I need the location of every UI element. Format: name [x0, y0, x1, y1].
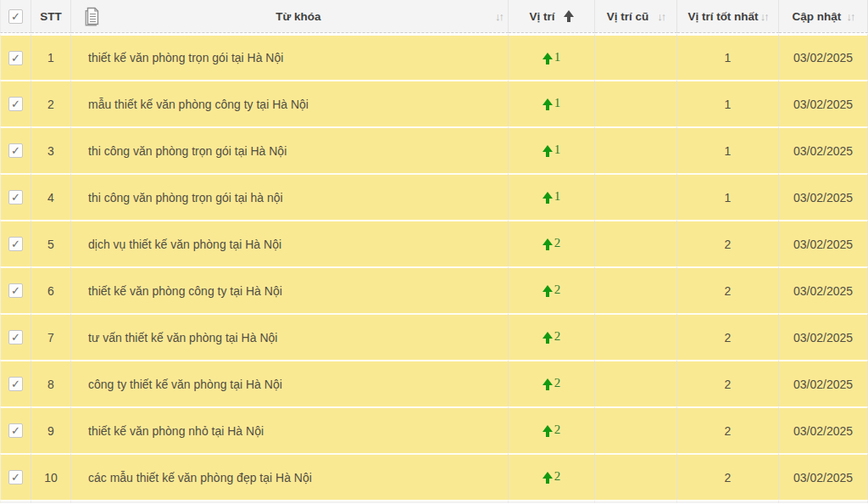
column-label-best-position: Vị trí tốt nhất — [687, 10, 758, 23]
position-cell: 1 — [509, 173, 595, 220]
best-position-cell: 2 — [677, 360, 779, 406]
check-icon: ✓ — [11, 425, 20, 436]
sort-both-icon: ↓↑ — [760, 10, 768, 23]
document-icon[interactable] — [83, 6, 102, 26]
updated-cell: 03/02/2025 — [779, 80, 868, 126]
check-icon: ✓ — [11, 192, 20, 203]
table-row: ✓ 8 công ty thiết kế văn phòng tại Hà Nộ… — [0, 360, 868, 406]
check-icon: ✓ — [11, 472, 20, 483]
row-select-cell: ✓ — [0, 80, 31, 126]
rank-up-icon — [542, 472, 553, 484]
row-select-cell: ✓ — [0, 313, 31, 360]
updated-cell: 03/02/2025 — [779, 313, 868, 360]
row-checkbox[interactable]: ✓ — [8, 470, 23, 484]
row-select-cell: ✓ — [0, 33, 31, 80]
keyword-cell: các mẫu thiết kế văn phòng đẹp tại Hà Nộ… — [71, 453, 509, 500]
keyword-cell: mẫu thiết kế văn phòng công ty tại Hà Nộ… — [71, 80, 509, 126]
best-position-cell: 1 — [677, 126, 779, 173]
updated-cell: 03/02/2025 — [779, 266, 868, 313]
old-position-cell — [595, 406, 677, 453]
column-header-stt[interactable]: STT — [31, 0, 71, 33]
table-row: ✓ 3 thi công văn phòng trọn gói tại Hà N… — [0, 126, 868, 173]
updated-cell: 03/02/2025 — [779, 33, 868, 80]
stt-cell: 8 — [31, 360, 71, 406]
row-select-cell: ✓ — [0, 220, 31, 266]
row-checkbox[interactable]: ✓ — [8, 283, 23, 298]
table-row: ✓ 7 tư vấn thiết kế văn phòng tại Hà Nội… — [0, 313, 868, 360]
keyword-rank-tracker: ✓ STT Từ khóa ↓ — [0, 0, 868, 504]
column-header-keyword[interactable]: Từ khóa ↓↑ — [71, 0, 509, 33]
best-position-cell: 1 — [677, 173, 779, 220]
column-header-best-position[interactable]: Vị trí tốt nhất ↓↑ — [677, 0, 779, 33]
position-cell: 1 — [509, 33, 595, 80]
column-label-keyword: Từ khóa — [102, 10, 495, 23]
best-position-cell: 1 — [677, 80, 779, 126]
column-header-old-position[interactable]: Vị trí cũ ↓↑ — [595, 0, 677, 33]
table-row: ✓ 6 thiết kế văn phòng công ty tại Hà Nộ… — [0, 266, 868, 313]
sort-both-icon: ↓↑ — [846, 10, 854, 23]
keyword-cell: thiết kế văn phòng nhỏ tại Hà Nội — [71, 406, 509, 453]
check-icon: ✓ — [11, 53, 20, 64]
best-position-cell: 1 — [677, 33, 779, 80]
old-position-cell — [595, 360, 677, 406]
rank-up-icon — [542, 285, 553, 298]
position-cell: 1 — [509, 80, 595, 126]
keyword-table: ✓ STT Từ khóa ↓ — [0, 0, 868, 503]
row-checkbox[interactable]: ✓ — [8, 190, 23, 204]
updated-cell: 03/02/2025 — [779, 360, 868, 406]
keyword-cell: thi công văn phòng trọn gói tại Hà Nội — [71, 126, 509, 173]
table-row: ✓ 5 dịch vụ thiết kế văn phòng tại Hà Nộ… — [0, 220, 868, 266]
keyword-cell: thiết kế văn phòng công ty tại Hà Nội — [71, 266, 509, 313]
rank-up-icon — [542, 425, 553, 438]
stt-cell: 5 — [31, 220, 71, 266]
column-header-updated[interactable]: Cập nhật ↓↑ — [779, 0, 868, 33]
stt-cell: 9 — [31, 406, 71, 453]
old-position-cell — [595, 80, 677, 126]
row-select-cell: ✓ — [0, 126, 31, 173]
old-position-cell — [595, 173, 677, 220]
column-header-position[interactable]: Vị trí — [509, 0, 595, 33]
rank-up-icon — [542, 378, 553, 391]
check-icon: ✓ — [11, 238, 20, 249]
row-checkbox[interactable]: ✓ — [8, 143, 23, 158]
table-row: ✓ 9 thiết kế văn phòng nhỏ tại Hà Nội 2 … — [0, 406, 868, 453]
table-row: ✓ 10 các mẫu thiết kế văn phòng đẹp tại … — [0, 453, 868, 500]
row-checkbox[interactable]: ✓ — [8, 423, 23, 438]
keyword-cell: thiết kế văn phòng trọn gói tại Hà Nội — [71, 33, 509, 80]
rank-up-icon — [542, 53, 553, 65]
keyword-cell: tư vấn thiết kế văn phòng tại Hà Nội — [71, 313, 509, 360]
position-cell: 2 — [509, 313, 595, 360]
row-select-cell: ✓ — [0, 453, 31, 500]
position-cell: 1 — [509, 126, 595, 173]
updated-cell: 03/02/2025 — [779, 220, 868, 266]
select-all-header: ✓ — [0, 0, 31, 33]
column-label-updated: Cập nhật — [793, 10, 842, 23]
row-checkbox[interactable]: ✓ — [8, 237, 23, 251]
row-checkbox[interactable]: ✓ — [8, 51, 23, 65]
best-position-cell: 2 — [677, 220, 779, 266]
column-label-stt: STT — [40, 10, 62, 23]
select-all-checkbox[interactable]: ✓ — [8, 9, 23, 24]
position-cell: 2 — [509, 453, 595, 500]
row-select-cell: ✓ — [0, 266, 31, 313]
check-icon: ✓ — [11, 332, 20, 343]
old-position-cell — [595, 266, 677, 313]
keyword-cell: dịch vụ thiết kế văn phòng tại Hà Nội — [71, 220, 509, 266]
best-position-cell: 2 — [677, 266, 779, 313]
row-select-cell: ✓ — [0, 406, 31, 453]
position-cell: 2 — [509, 360, 595, 406]
table-row: ✓ 2 mẫu thiết kế văn phòng công ty tại H… — [0, 80, 868, 126]
rank-up-icon — [542, 332, 553, 344]
stt-cell: 2 — [31, 80, 71, 126]
old-position-cell — [595, 453, 677, 500]
header-row: ✓ STT Từ khóa ↓ — [0, 0, 868, 33]
updated-cell: 03/02/2025 — [779, 406, 868, 453]
best-position-cell: 2 — [677, 453, 779, 500]
row-checkbox[interactable]: ✓ — [8, 377, 23, 391]
position-cell: 2 — [509, 220, 595, 266]
row-checkbox[interactable]: ✓ — [8, 330, 23, 344]
row-checkbox[interactable]: ✓ — [8, 97, 23, 111]
check-icon: ✓ — [11, 285, 20, 296]
check-icon: ✓ — [11, 378, 20, 389]
rank-up-icon — [542, 145, 553, 158]
